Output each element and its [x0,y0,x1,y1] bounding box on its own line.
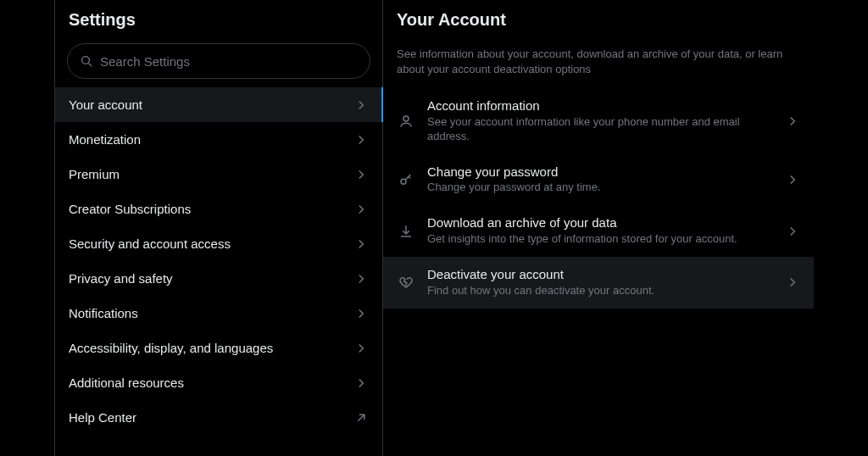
chevron-right-icon [353,306,369,321]
account-options-list: Account informationSee your account info… [383,88,814,308]
option-body: Change your passwordChange your password… [427,164,773,196]
nav-item-label: Additional resources [69,375,184,390]
account-title: Your Account [383,0,814,36]
nav-item-premium[interactable]: Premium [55,157,382,192]
nav-item-help-center[interactable]: Help Center [55,400,382,435]
nav-item-creator-subscriptions[interactable]: Creator Subscriptions [55,192,382,226]
svg-point-4 [401,179,406,184]
option-title: Deactivate your account [427,267,773,283]
key-icon [397,172,415,187]
chevron-right-icon [353,97,369,113]
nav-item-label: Accessibility, display, and languages [69,341,273,355]
option-body: Account informationSee your account info… [427,98,773,144]
user-icon [397,114,415,129]
settings-title: Settings [55,0,382,38]
chevron-right-icon [353,236,369,252]
nav-item-additional-resources[interactable]: Additional resources [55,365,382,400]
nav-item-monetization[interactable]: Monetization [55,122,382,157]
chevron-right-icon [785,275,800,290]
nav-item-label: Monetization [69,132,141,147]
option-title: Account information [427,98,773,114]
nav-item-label: Premium [69,167,120,181]
svg-point-3 [403,116,409,121]
option-body: Download an archive of your dataGet insi… [427,215,773,247]
option-subtitle: Get insights into the type of informatio… [427,232,773,247]
nav-item-notifications[interactable]: Notifications [55,296,382,331]
chevron-right-icon [785,224,800,239]
svg-point-0 [82,57,90,64]
nav-item-label: Notifications [69,306,138,320]
option-subtitle: Find out how you can deactivate your acc… [427,284,773,298]
search-input[interactable] [100,54,358,69]
option-title: Download an archive of your data [427,215,773,231]
search-settings-field[interactable] [67,43,370,79]
nav-item-privacy-and-safety[interactable]: Privacy and safety [55,261,382,296]
account-description: See information about your account, down… [383,36,814,88]
nav-item-your-account[interactable]: Your account [55,87,382,122]
option-download-an-archive-of-your-data[interactable]: Download an archive of your dataGet insi… [383,205,814,257]
nav-item-security-and-account-access[interactable]: Security and account access [55,226,382,261]
chevron-right-icon [353,271,369,286]
chevron-right-icon [353,202,369,217]
option-body: Deactivate your accountFind out how you … [427,267,773,298]
chevron-right-icon [353,375,369,391]
nav-item-label: Privacy and safety [69,271,173,286]
nav-item-label: Your account [69,97,142,112]
download-icon [397,224,415,239]
option-deactivate-your-account[interactable]: Deactivate your accountFind out how you … [383,257,814,309]
account-panel: Your Account See information about your … [383,0,814,456]
left-gutter [0,0,54,456]
option-subtitle: See your account information like your p… [427,115,773,144]
chevron-right-icon [353,132,369,147]
svg-line-2 [358,414,364,421]
search-icon [80,54,93,68]
option-subtitle: Change your password at any time. [427,181,773,195]
chevron-right-icon [785,114,800,129]
external-link-icon [353,410,369,425]
nav-item-accessibility-display-and-languages[interactable]: Accessibility, display, and languages [55,331,382,365]
right-gutter [814,0,868,456]
chevron-right-icon [785,172,800,187]
nav-item-label: Creator Subscriptions [69,202,191,216]
option-account-information[interactable]: Account informationSee your account info… [383,88,814,154]
settings-panel: Settings Your accountMonetizationPremium… [54,0,383,456]
chevron-right-icon [353,341,369,356]
svg-line-1 [89,64,92,66]
nav-item-label: Security and account access [69,236,231,251]
chevron-right-icon [353,167,369,182]
option-title: Change your password [427,164,773,181]
settings-nav-list: Your accountMonetizationPremiumCreator S… [55,87,382,435]
nav-item-label: Help Center [69,410,136,425]
option-change-your-password[interactable]: Change your passwordChange your password… [383,154,814,206]
heartbreak-icon [397,275,415,290]
